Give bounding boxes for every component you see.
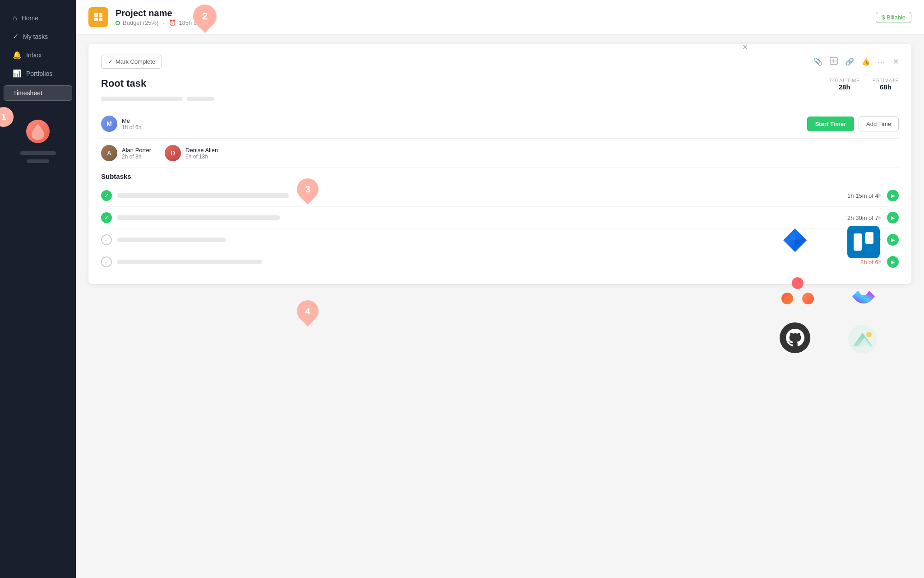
assignee-name-denise: Denise Allen [185,147,218,154]
subtask-row-1: ✓ 1h 15m of 4h ▶ [101,185,899,207]
start-timer-button[interactable]: Start Timer [807,117,854,131]
subtasks-section: Subtasks ✓ 1h 15m of 4h ▶ ✓ 2h 30m of 7h… [101,172,899,273]
assignee-time-denise: 6h of 18h [185,154,218,160]
chart-icon: 📊 [13,69,22,78]
subtask-play-1[interactable]: ▶ [887,190,899,201]
sidebar-item-mytasks[interactable]: ✓ My tasks [4,28,72,45]
drop-icon [31,123,45,140]
svg-rect-3 [99,18,102,21]
mark-complete-label: Mark Complete [116,58,155,65]
clock-icon: ⏰ [169,19,176,26]
project-name: Project name [116,8,869,19]
marker-4: 4 [297,300,319,322]
budget-label: Budget (25%) [123,19,159,26]
svg-rect-0 [94,13,98,17]
assignee-card-denise: D Denise Allen 6h of 18h [165,145,218,161]
sidebar-timesheet[interactable]: Timesheet [4,85,72,101]
sidebar-item-label: Portfolios [26,70,52,77]
assignee-name-me: Me [122,117,803,124]
close-icon[interactable]: ✕ [893,57,899,66]
project-meta: Budget (25%) · ⏰ 185h of 200h [116,19,869,26]
sidebar-item-inbox[interactable]: 🔔 Inbox [4,46,72,64]
close-panel-button[interactable]: ✕ [742,43,748,51]
check-icon: ✓ [108,58,113,65]
assignee-info-me: Me 1h of 6h [122,117,803,131]
subtask-time-4: 8h of 6h [841,259,882,266]
billable-badge[interactable]: $ Billable [876,12,911,23]
sidebar-item-portfolios[interactable]: 📊 Portfolios [4,65,72,82]
assignee-info-denise: Denise Allen 6h of 18h [185,147,218,160]
sidebar-item-label: Inbox [26,51,42,59]
subtask-row-2: ✓ 2h 30m of 7h ▶ [101,207,899,229]
subtask-play-3[interactable]: ▶ [887,234,899,246]
timesheet-label: Timesheet [13,89,42,97]
subtask-check-2[interactable]: ✓ [101,212,112,223]
sidebar-item-label: Home [22,14,38,22]
subtask-bar-2 [117,214,836,222]
subtask-bar-1 [117,191,836,200]
assignee-name-alan: Alan Porter [122,147,151,154]
subtask-time-1: 1h 15m of 4h [841,192,882,199]
subtask-check-3[interactable]: ✓ [101,234,112,245]
estimate-block: ESTIMATE 68h [873,78,899,91]
skeleton-bar [20,151,56,155]
assignee-info-alan: Alan Porter 2h of 8h [122,147,151,160]
bell-icon: 🔔 [13,51,22,59]
sidebar-item-home[interactable]: ⌂ Home [4,9,72,27]
subtask-time-3: 2h of 8h [841,237,882,243]
sidebar: ⌂ Home ✓ My tasks 🔔 Inbox 📊 Portfolios T… [0,0,76,578]
marker-1: 1 [0,107,14,127]
subtask-skeleton-1 [117,193,289,198]
subtasks-title: Subtasks [101,172,899,180]
add-time-button[interactable]: Add Time [859,117,899,131]
assignee-row-me: M Me 1h of 6h Start Timer Add Time [101,109,899,139]
assignee-actions-me: Start Timer Add Time [807,117,899,131]
marker-3: 3 [297,178,319,200]
check-circle-icon: ✓ [13,32,18,41]
attachment-icon[interactable]: 📎 [813,57,822,66]
avatar-alan: A [101,145,117,161]
project-info: Project name Budget (25%) · ⏰ 185h of 20… [116,8,869,26]
skeleton-row-1 [101,97,899,101]
mark-complete-button[interactable]: ✓ Mark Complete [101,55,162,69]
subtask-play-2[interactable]: ▶ [887,212,899,224]
subtask-bar-4 [117,258,836,266]
skeleton-2 [187,97,214,101]
estimate-label: ESTIMATE [873,78,899,83]
marker-2-pin: 2 [193,5,217,28]
task-toolbar: ✓ Mark Complete 📎 🔗 👍 ··· ✕ [101,55,899,69]
avatar-me: M [101,116,117,132]
total-time-block: TOTAL TIME 28h [829,78,860,91]
subtask-row-4: ✓ 8h of 6h ▶ [101,251,899,273]
subtask-skeleton-2 [117,215,280,220]
grid-icon [93,12,103,22]
svg-rect-1 [99,13,102,17]
skeleton-1 [101,97,182,101]
total-time-label: TOTAL TIME [829,78,860,83]
assignee-time-alan: 2h of 8h [122,154,151,160]
like-icon[interactable]: 👍 [861,57,870,66]
task-title: Root task [101,78,146,89]
assignee-card-alan: A Alan Porter 2h of 8h [101,145,151,161]
subtask-icon[interactable] [830,57,838,67]
subtask-time-2: 2h 30m of 7h [841,214,882,221]
subtask-play-4[interactable]: ▶ [887,256,899,268]
project-icon [88,7,108,27]
subtask-check-1[interactable]: ✓ [101,190,112,201]
avatar [26,120,50,143]
subtask-check-4[interactable]: ✓ [101,256,112,267]
assignee-time-me: 1h of 6h [122,124,803,131]
main-content: 2 Project name Budget (25%) · ⏰ 185h of … [76,0,924,578]
total-time-value: 28h [839,83,850,91]
link-icon[interactable]: 🔗 [845,57,854,66]
skeleton-bar-short [27,159,49,163]
multi-assignee-row: A Alan Porter 2h of 8h D Denise Allen 6h… [101,139,899,168]
marker-2-label: 2 [202,10,208,22]
svg-rect-2 [94,18,98,21]
estimate-value: 68h [880,83,892,91]
more-icon[interactable]: ··· [878,58,886,65]
budget-dot [116,21,120,25]
task-title-row: Root task TOTAL TIME 28h ESTIMATE 68h [101,78,899,91]
avatar-denise: D [165,145,181,161]
subtask-row-3: ✓ 2h of 8h ▶ [101,229,899,251]
